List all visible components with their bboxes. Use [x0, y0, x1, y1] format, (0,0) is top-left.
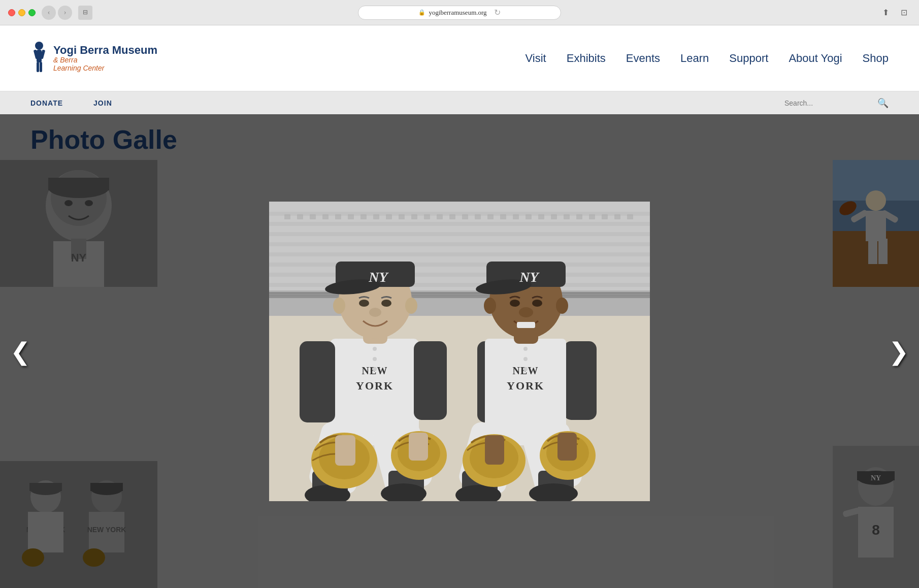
nav-item-events[interactable]: Events: [626, 52, 660, 65]
svg-rect-4: [37, 62, 39, 72]
search-area: 🔍: [784, 97, 889, 109]
back-button[interactable]: ‹: [42, 6, 56, 20]
logo-line1: Yogi Berra Museum: [53, 44, 157, 56]
minimize-window-button[interactable]: [18, 9, 25, 16]
svg-rect-5: [40, 62, 42, 72]
logo-line3: Learning Center: [53, 64, 157, 72]
nav-item-exhibits[interactable]: Exhibits: [567, 52, 606, 65]
browser-chrome: ‹ › ⊟ 🔒 yogiberramuseum.org ↻ ⬆ ⊡: [0, 0, 919, 25]
nav-item-support[interactable]: Support: [729, 52, 768, 65]
lightbox-prev-button[interactable]: ❮: [10, 337, 30, 366]
logo-figure: [30, 41, 48, 76]
browser-nav-buttons: ‹ ›: [42, 6, 72, 20]
logo-text: Yogi Berra Museum & Berra Learning Cente…: [53, 44, 157, 72]
close-window-button[interactable]: [8, 9, 15, 16]
search-icon[interactable]: 🔍: [877, 97, 889, 109]
lightbox-next-button[interactable]: ❯: [889, 337, 909, 366]
site-header: Yogi Berra Museum & Berra Learning Cente…: [0, 25, 919, 91]
secondary-nav: DONATE JOIN 🔍: [0, 91, 919, 114]
search-input[interactable]: [784, 99, 873, 107]
fullscreen-button[interactable]: ⊡: [897, 6, 911, 20]
lightbox-overlay[interactable]: ✕ ❮: [0, 114, 919, 588]
browser-actions: ⬆ ⊡: [878, 6, 911, 20]
svg-point-0: [35, 42, 43, 50]
url-text: yogiberramuseum.org: [429, 9, 486, 17]
lock-icon: 🔒: [418, 9, 425, 16]
main-nav: Visit Exhibits Events Learn Support Abou…: [526, 52, 889, 65]
website: Yogi Berra Museum & Berra Learning Cente…: [0, 25, 919, 588]
address-bar[interactable]: 🔒 yogiberramuseum.org ↻: [358, 6, 561, 20]
logo-area[interactable]: Yogi Berra Museum & Berra Learning Cente…: [30, 41, 157, 76]
reload-button[interactable]: ↻: [494, 8, 501, 17]
nav-item-shop[interactable]: Shop: [863, 52, 889, 65]
main-content: Photo Galle NY: [0, 114, 919, 588]
nav-item-learn[interactable]: Learn: [680, 52, 709, 65]
lightbox-image-container: NEW YORK: [269, 202, 650, 501]
forward-button[interactable]: ›: [58, 6, 72, 20]
sidebar-button[interactable]: ⊟: [78, 6, 92, 20]
maximize-window-button[interactable]: [28, 9, 36, 16]
lightbox-image: NEW YORK: [269, 202, 650, 501]
traffic-lights: [8, 9, 36, 16]
share-button[interactable]: ⬆: [878, 6, 893, 20]
svg-rect-156: [269, 202, 650, 501]
join-link[interactable]: JOIN: [93, 99, 112, 107]
donate-link[interactable]: DONATE: [30, 99, 63, 107]
nav-item-about-yogi[interactable]: About Yogi: [789, 52, 842, 65]
nav-item-visit[interactable]: Visit: [526, 52, 546, 65]
logo-line2: & Berra: [53, 56, 157, 64]
